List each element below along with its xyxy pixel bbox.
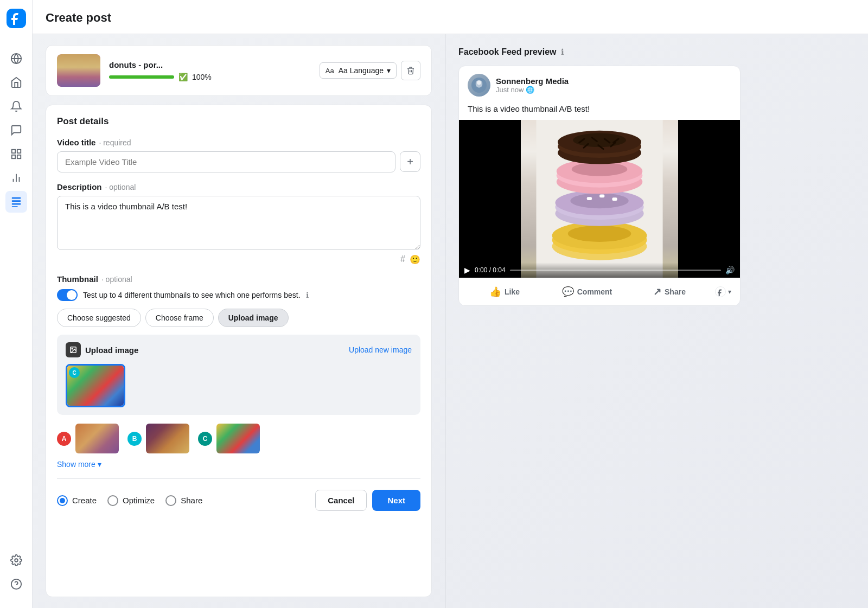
thumbnail-item-a[interactable]: A xyxy=(57,424,119,453)
next-button[interactable]: Next xyxy=(372,490,420,511)
svg-rect-29 xyxy=(587,197,592,200)
fb-video-controls: ▶ 0:00 / 0:04 🔊 xyxy=(459,263,740,278)
video-time: 0:00 / 0:04 xyxy=(475,266,506,274)
thumbnail-item-b[interactable]: B xyxy=(127,424,189,453)
hashtag-icon[interactable]: # xyxy=(400,254,405,265)
sidebar-item-notifications[interactable] xyxy=(5,95,27,117)
fb-avatar xyxy=(468,74,490,97)
ab-test-toggle[interactable] xyxy=(57,289,78,301)
upload-info: donuts - por... ✅ 100% xyxy=(109,60,311,81)
description-textarea[interactable]: This is a video thumbnail A/B test! xyxy=(57,196,420,250)
right-panel: Facebook Feed preview ℹ xyxy=(445,34,868,608)
tab-choose-frame[interactable]: Choose frame xyxy=(145,309,214,327)
like-icon: 👍 xyxy=(489,286,501,298)
add-title-button[interactable]: + xyxy=(400,151,420,172)
sidebar-bottom xyxy=(5,549,27,599)
radio-share[interactable]: Share xyxy=(165,495,202,506)
video-title-input[interactable] xyxy=(57,151,395,172)
svg-rect-31 xyxy=(612,197,617,201)
thumbnail-badge-c: C xyxy=(69,367,80,378)
progress-bar-background xyxy=(109,75,174,79)
fb-post-header: Sonnenberg Media Just now 🌐 xyxy=(459,66,740,104)
fb-comment-button[interactable]: 💬 Comment xyxy=(546,280,628,303)
upload-new-image-link[interactable]: Upload new image xyxy=(349,345,412,354)
progress-check-icon: ✅ xyxy=(178,73,188,81)
radio-create[interactable]: Create xyxy=(57,495,97,506)
thumbnail-tabs: Choose suggested Choose frame Upload ima… xyxy=(57,309,420,327)
volume-button[interactable]: 🔊 xyxy=(725,266,735,274)
thumbnail-field: Thumbnail · optional Test up to 4 differ… xyxy=(57,274,420,469)
fb-avatar-icon xyxy=(468,74,490,97)
svg-point-47 xyxy=(716,287,726,297)
thumbnail-letter-a: A xyxy=(57,432,71,446)
preview-header: Facebook Feed preview ℹ xyxy=(458,47,855,57)
video-progress-track[interactable] xyxy=(510,270,721,271)
sidebar-item-help[interactable] xyxy=(5,573,27,595)
content-area: donuts - por... ✅ 100% Aa Aa Language ▾ xyxy=(33,34,868,608)
language-selector[interactable]: Aa Aa Language ▾ xyxy=(320,62,397,79)
thumbnail-preview-c[interactable]: C xyxy=(66,364,125,407)
upload-image-section: Upload image Upload new image C xyxy=(57,335,420,415)
fb-username: Sonnenberg Media xyxy=(496,76,731,86)
svg-rect-10 xyxy=(11,200,21,202)
svg-rect-4 xyxy=(11,155,15,158)
tab-choose-suggested[interactable]: Choose suggested xyxy=(57,309,141,327)
bottom-action-bar: Create Optimize Share Cancel Ne xyxy=(57,488,420,511)
radio-optimize[interactable]: Optimize xyxy=(107,495,155,506)
thumbnail-mini-c xyxy=(216,424,260,453)
sidebar-item-grid[interactable] xyxy=(5,143,27,165)
play-button[interactable]: ▶ xyxy=(464,266,470,274)
svg-point-24 xyxy=(568,226,631,242)
description-field: Description · optional This is a video t… xyxy=(57,182,420,265)
title-input-row: + xyxy=(57,151,420,172)
comment-icon: 💬 xyxy=(562,286,574,298)
sidebar-item-globe[interactable] xyxy=(5,48,27,69)
main-area: Create post donuts - por... ✅ 100% xyxy=(33,0,868,608)
radio-circle-optimize xyxy=(107,495,118,506)
video-title-label: Video title · required xyxy=(57,138,420,147)
delete-button[interactable] xyxy=(401,61,420,80)
fb-like-button[interactable]: 👍 Like xyxy=(463,280,546,303)
upload-progress-row: ✅ 100% xyxy=(109,73,311,81)
svg-rect-9 xyxy=(11,197,21,199)
upload-section-header: Upload image Upload new image xyxy=(66,342,412,357)
svg-rect-11 xyxy=(11,203,21,205)
info-icon[interactable]: ℹ xyxy=(306,291,309,299)
sidebar-item-messages[interactable] xyxy=(5,119,27,141)
upload-thumbnail xyxy=(57,54,100,87)
sidebar-item-home[interactable] xyxy=(5,72,27,93)
toggle-knob xyxy=(67,290,76,300)
thumbnail-item-c[interactable]: C xyxy=(198,424,260,453)
upload-section-title: Upload image xyxy=(66,342,138,357)
donut-stack-svg xyxy=(521,120,678,278)
radio-circle-share xyxy=(165,495,176,506)
fb-share-button[interactable]: ↗ Share xyxy=(628,280,711,303)
fb-video-center xyxy=(521,120,678,278)
globe-small-icon: 🌐 xyxy=(526,86,534,94)
upload-filename: donuts - por... xyxy=(109,60,311,69)
chevron-down-small-icon: ▾ xyxy=(728,288,731,296)
emoji-icon[interactable]: 🙂 xyxy=(410,254,420,265)
sidebar-logo[interactable] xyxy=(7,9,26,30)
thumbnail-mini-a xyxy=(75,424,119,453)
tab-upload-image[interactable]: Upload image xyxy=(218,309,289,327)
form-divider xyxy=(57,478,420,479)
sidebar-item-analytics[interactable] xyxy=(5,167,27,189)
sidebar-item-settings[interactable] xyxy=(5,549,27,571)
svg-rect-2 xyxy=(11,150,15,153)
sidebar-item-posts[interactable] xyxy=(5,191,27,213)
form-section-title: Post details xyxy=(57,116,420,127)
thumbnail-mini-b xyxy=(146,424,189,453)
radio-circle-create xyxy=(57,495,68,506)
svg-rect-30 xyxy=(599,195,604,198)
show-more-link[interactable]: Show more ▾ xyxy=(57,460,420,469)
sidebar xyxy=(0,0,33,608)
svg-point-13 xyxy=(15,559,18,562)
fb-video[interactable]: ▶ 0:00 / 0:04 🔊 xyxy=(459,120,740,278)
fb-more-button[interactable]: ▾ xyxy=(711,281,736,303)
preview-info-icon[interactable]: ℹ xyxy=(561,47,564,57)
cancel-button[interactable]: Cancel xyxy=(315,490,367,511)
facebook-preview: Sonnenberg Media Just now 🌐 This is a vi… xyxy=(458,66,741,306)
thumbnail-label: Thumbnail · optional xyxy=(57,274,420,284)
svg-rect-5 xyxy=(17,155,20,158)
